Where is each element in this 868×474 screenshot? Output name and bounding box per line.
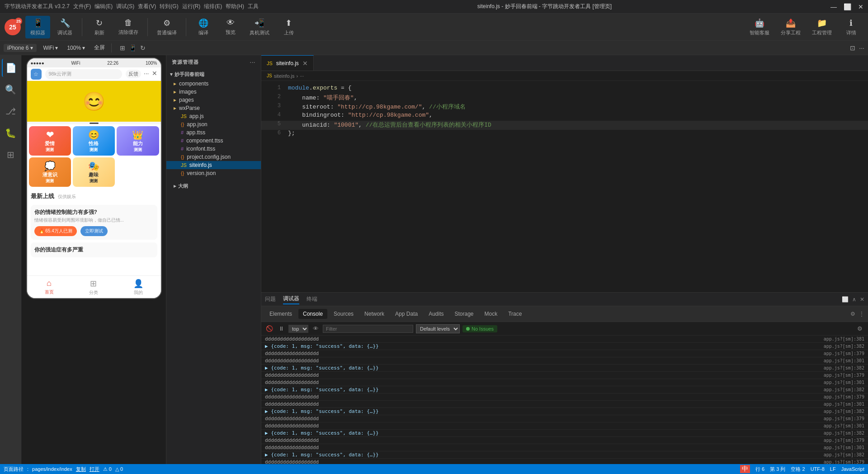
console-row[interactable]: ddddddddddddddddddapp.js?[sm]:301 bbox=[261, 379, 868, 386]
status-col[interactable]: 第 3 列 bbox=[770, 466, 785, 473]
folder-wxparse[interactable]: ▸ wxParse bbox=[166, 104, 261, 112]
console-row[interactable]: ddddddddddddddddddapp.js?[sm]:379 bbox=[261, 415, 868, 422]
more-options-icon[interactable]: ··· bbox=[859, 44, 864, 52]
console-file-ref[interactable]: app.js?[sm]:382 bbox=[824, 344, 864, 349]
status-line-ending[interactable]: LF bbox=[830, 466, 836, 472]
console-file-ref[interactable]: app.js?[sm]:301 bbox=[824, 423, 864, 428]
top-selector[interactable]: top bbox=[288, 325, 308, 333]
console-file-ref[interactable]: app.js?[sm]:379 bbox=[824, 394, 864, 399]
simulator-button[interactable]: 📱 模拟器 bbox=[25, 16, 50, 38]
cat-ability[interactable]: 👑 能力 测测 bbox=[117, 126, 159, 156]
menu-tools2[interactable]: 工具 bbox=[248, 3, 259, 10]
devtool-trace[interactable]: Trace bbox=[504, 309, 526, 319]
zoom-selector[interactable]: 100% ▾ bbox=[64, 44, 88, 52]
devtool-console[interactable]: Console bbox=[298, 309, 327, 319]
status-space[interactable]: 空格 2 bbox=[791, 466, 805, 473]
console-file-ref[interactable]: app.js?[sm]:301 bbox=[824, 445, 864, 450]
menu-settings[interactable]: 缩排(E) bbox=[204, 3, 222, 10]
console-close-icon[interactable]: ✕ bbox=[860, 296, 864, 303]
console-row[interactable]: ddddddddddddddddddapp.js?[sm]:301 bbox=[261, 422, 868, 430]
file-component-ttss[interactable]: # component.ttss bbox=[166, 137, 261, 145]
phone-close-btn[interactable]: ✕ bbox=[152, 70, 157, 78]
console-chevron-up-icon[interactable]: ∧ bbox=[852, 296, 856, 303]
console-filter-input[interactable] bbox=[323, 325, 413, 333]
console-row[interactable]: ▶ {code: 1, msg: "success", data: {…}}ap… bbox=[261, 386, 868, 393]
phone-quiz-card2[interactable]: 你的强迫症有多严重 bbox=[31, 242, 157, 257]
status-copy-btn[interactable]: 复制 bbox=[76, 466, 86, 473]
file-project-config[interactable]: {} project.config.json bbox=[166, 153, 261, 161]
status-language[interactable]: JavaScript bbox=[841, 466, 864, 472]
file-version-json[interactable]: {} version.json bbox=[166, 169, 261, 177]
console-clear-btn[interactable]: 🚫 bbox=[265, 324, 274, 333]
level-selector[interactable]: Default levels bbox=[416, 324, 460, 333]
eye-icon[interactable]: 👁 bbox=[311, 324, 320, 333]
detail-button[interactable]: ℹ 详情 bbox=[839, 16, 863, 38]
menu-tools[interactable]: 调试(S) bbox=[116, 3, 134, 10]
activity-debug[interactable]: 🐛 bbox=[2, 124, 20, 142]
code-editor[interactable]: 1 module.exports = { 2 name: "喵手回春", 3 s… bbox=[261, 81, 868, 292]
menu-view[interactable]: 查看(V) bbox=[138, 3, 156, 10]
console-file-ref[interactable]: app.js?[sm]:382 bbox=[824, 431, 864, 436]
bottom-nav-home[interactable]: ⌂ 首页 bbox=[45, 279, 54, 295]
console-row[interactable]: ddddddddddddddddddapp.js?[sm]:301 bbox=[261, 444, 868, 451]
avatar[interactable]: 25 25 bbox=[5, 19, 21, 35]
fullscreen-button[interactable]: 全屏 bbox=[91, 43, 108, 52]
preview-button[interactable]: 👁 预览 bbox=[218, 16, 243, 38]
console-row[interactable]: ddddddddddddddddddapp.js?[sm]:379 bbox=[261, 437, 868, 444]
compile-button[interactable]: ⚙ 普通编译 bbox=[152, 16, 181, 38]
explorer-more-icon[interactable]: ··· bbox=[250, 60, 255, 65]
devtool-more-icon[interactable]: ⋮ bbox=[859, 311, 864, 317]
phone-search-bar[interactable]: 98k云评测 bbox=[45, 69, 122, 79]
bottom-nav-category[interactable]: ⊞ 分类 bbox=[89, 279, 98, 296]
devtool-settings-icon[interactable]: ⚙ bbox=[850, 311, 855, 317]
grid-icon[interactable]: ⊞ bbox=[120, 44, 125, 52]
menu-edit[interactable]: 编辑(E) bbox=[94, 3, 113, 10]
file-iconfont-ttss[interactable]: # iconfont.ttss bbox=[166, 145, 261, 153]
menu-project[interactable]: 转到(G) bbox=[160, 3, 178, 10]
outline-toggle[interactable]: ▸ 大纲 bbox=[170, 181, 257, 191]
file-app-ttss[interactable]: # app.ttss bbox=[166, 128, 261, 137]
device-test-button[interactable]: 📲 真机测试 bbox=[245, 16, 274, 38]
cat-fun[interactable]: 🎭 趣味 测测 bbox=[73, 157, 115, 187]
translate-button[interactable]: 🌐 编译 bbox=[191, 16, 216, 38]
activity-explorer[interactable]: 📄 bbox=[2, 59, 20, 77]
folder-components[interactable]: ▸ components bbox=[166, 80, 261, 88]
ai-button[interactable]: 🤖 智能客服 bbox=[745, 16, 774, 38]
tab-siteinfo-js[interactable]: JS siteinfo.js ✕ bbox=[261, 55, 314, 71]
console-row[interactable]: ddddddddddddddddddapp.js?[sm]:379 bbox=[261, 372, 868, 379]
file-app-js[interactable]: JS app.js bbox=[166, 112, 261, 120]
cat-personality[interactable]: 😊 性格 测测 bbox=[73, 126, 115, 156]
console-file-ref[interactable]: app.js?[sm]:381 bbox=[824, 337, 864, 341]
console-file-ref[interactable]: app.js?[sm]:382 bbox=[824, 409, 864, 414]
console-file-ref[interactable]: app.js?[sm]:379 bbox=[824, 416, 864, 421]
activity-extensions[interactable]: ⊞ bbox=[2, 146, 20, 164]
console-file-ref[interactable]: app.js?[sm]:382 bbox=[824, 452, 864, 457]
folder-images[interactable]: ▸ images bbox=[166, 88, 261, 96]
minimize-button[interactable]: — bbox=[830, 3, 837, 10]
phone-icon[interactable]: 📱 bbox=[129, 44, 137, 52]
activity-search[interactable]: 🔍 bbox=[2, 81, 20, 99]
devtool-mock[interactable]: Mock bbox=[480, 309, 502, 319]
phone-more-btn[interactable]: ··· bbox=[144, 70, 149, 78]
console-file-ref[interactable]: app.js?[sm]:379 bbox=[824, 460, 864, 464]
console-row[interactable]: ddddddddddddddddddapp.js?[sm]:301 bbox=[261, 357, 868, 365]
console-output[interactable]: ddddddddddddddddddapp.js?[sm]:381▶ {code… bbox=[261, 336, 868, 464]
status-encoding[interactable]: UTF-8 bbox=[811, 466, 825, 472]
console-row[interactable]: ddddddddddddddddddapp.js?[sm]:301 bbox=[261, 401, 868, 408]
folder-pages[interactable]: ▸ pages bbox=[166, 96, 261, 104]
devtool-audits[interactable]: Audits bbox=[424, 309, 448, 319]
explorer-project-name[interactable]: ▾ 妙手回春前端 bbox=[166, 69, 261, 80]
network-selector[interactable]: WiFi ▾ bbox=[40, 44, 61, 52]
split-view-icon[interactable]: ⊡ bbox=[850, 44, 855, 52]
refresh-button[interactable]: ↻ 刷新 bbox=[87, 16, 112, 38]
menu-file[interactable]: 文件(F) bbox=[73, 3, 91, 10]
file-siteinfo-js[interactable]: JS siteinfo.js bbox=[166, 161, 261, 169]
cat-love[interactable]: ❤ 爱情 测测 bbox=[29, 126, 71, 156]
console-row[interactable]: ddddddddddddddddddapp.js?[sm]:381 bbox=[261, 336, 868, 343]
console-file-ref[interactable]: app.js?[sm]:379 bbox=[824, 351, 864, 356]
share-button[interactable]: 📤 分享工程 bbox=[776, 16, 805, 38]
tab-debugger[interactable]: 调试器 bbox=[283, 294, 299, 304]
console-file-ref[interactable]: app.js?[sm]:379 bbox=[824, 438, 864, 443]
console-pause-btn[interactable]: ⏸ bbox=[277, 324, 286, 333]
console-file-ref[interactable]: app.js?[sm]:301 bbox=[824, 358, 864, 363]
